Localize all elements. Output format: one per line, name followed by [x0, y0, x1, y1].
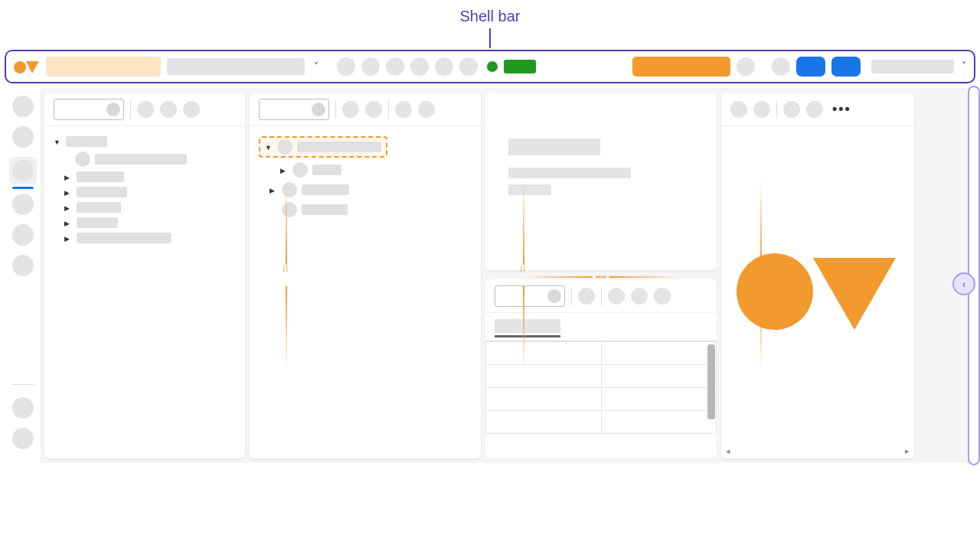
shell-bar: ˅ ˅	[5, 50, 975, 83]
rail-item-6[interactable]	[12, 255, 34, 276]
pane3b-action-4[interactable]	[654, 288, 671, 305]
vertical-scrollbar[interactable]	[707, 344, 715, 419]
annotation-label: Shell bar	[0, 0, 980, 28]
pane-1	[44, 93, 245, 458]
rail-item-5[interactable]	[12, 224, 34, 246]
pane2-action-3[interactable]	[395, 101, 412, 118]
tree-node-selected[interactable]	[259, 134, 472, 160]
tree-node[interactable]	[54, 215, 236, 230]
node-icon	[282, 202, 297, 217]
vertical-splitter-3[interactable]: ⁞⁞	[755, 266, 766, 285]
chevron-down-icon: ˅	[314, 61, 318, 72]
pane3b-action-3[interactable]	[631, 288, 648, 305]
pane1-action-1[interactable]	[137, 101, 154, 118]
pane-3a-detail	[485, 93, 717, 270]
chevron-right-icon	[270, 186, 277, 194]
shell-primary-button[interactable]	[632, 57, 730, 77]
chevron-right-icon	[64, 204, 72, 212]
pane2-search-input[interactable]	[259, 99, 329, 120]
tree-node[interactable]	[54, 149, 236, 169]
tree-node[interactable]	[54, 169, 236, 184]
pane4-action-4[interactable]	[806, 101, 823, 118]
pane3b-tabrow	[485, 313, 717, 333]
node-icon	[277, 139, 292, 155]
detail-title	[508, 139, 600, 155]
pane2-action-1[interactable]	[342, 101, 359, 118]
right-panel-expand-button[interactable]: ‹	[952, 272, 975, 295]
horizontal-scrollbar[interactable]: ◂▸	[726, 446, 910, 455]
shell-blue-button-1[interactable]	[796, 57, 825, 77]
chevron-down-icon	[54, 138, 61, 146]
pane1-action-3[interactable]	[183, 101, 200, 118]
pane1-action-2[interactable]	[160, 101, 177, 118]
tree-node[interactable]	[259, 160, 472, 180]
chevron-down-icon	[265, 143, 273, 152]
detail-line	[508, 184, 551, 195]
pane3b-search-input[interactable]	[495, 285, 565, 307]
shell-action-2[interactable]	[361, 57, 380, 76]
shell-action-5[interactable]	[435, 57, 453, 76]
pane-3b-grid	[485, 279, 717, 458]
pane4-action-1[interactable]	[730, 101, 747, 118]
shell-blue-button-2[interactable]	[831, 57, 861, 77]
rail-item-active[interactable]	[9, 157, 37, 184]
shell-user-menu[interactable]	[871, 60, 954, 73]
shell-dropdown[interactable]	[167, 58, 305, 75]
annotation-pointer	[489, 28, 491, 48]
rail-bottom-1[interactable]	[12, 397, 34, 419]
more-icon[interactable]: •••	[829, 101, 851, 117]
shell-action-3[interactable]	[386, 57, 404, 76]
pane4-action-2[interactable]	[753, 101, 770, 118]
pane2-action-4[interactable]	[418, 101, 435, 118]
brand-logo-icon[interactable]	[14, 59, 40, 74]
tree-node[interactable]	[54, 200, 236, 215]
chevron-right-icon	[64, 173, 72, 181]
data-table[interactable]	[485, 341, 717, 434]
rail-item-2[interactable]	[12, 126, 34, 148]
status-dot-icon	[487, 61, 498, 72]
shell-util-1[interactable]	[737, 57, 755, 76]
pane4-toolbar: •••	[721, 93, 914, 126]
pane2-tree	[250, 126, 481, 227]
node-icon	[75, 152, 90, 167]
node-icon	[282, 182, 297, 197]
tree-node[interactable]	[259, 180, 472, 200]
pane3b-action-2[interactable]	[608, 288, 625, 305]
tab-active[interactable]	[495, 319, 560, 333]
chevron-right-icon	[280, 166, 288, 174]
pane3b-action-1[interactable]	[578, 288, 595, 305]
pane4-action-3[interactable]	[783, 101, 800, 118]
tree-node[interactable]	[54, 134, 236, 149]
chevron-right-icon	[64, 234, 72, 243]
shell-action-1[interactable]	[337, 57, 355, 76]
chevron-right-icon	[64, 188, 72, 197]
pane-container: ▪▪▪▪	[41, 88, 975, 463]
detail-line	[508, 168, 631, 178]
status-bar	[504, 60, 536, 73]
search-icon	[547, 289, 561, 303]
shell-action-6[interactable]	[459, 57, 478, 76]
pane2-toolbar	[250, 93, 481, 126]
shell-title-field[interactable]	[46, 57, 161, 77]
pane1-search-input[interactable]	[54, 99, 124, 120]
svg-point-0	[14, 61, 26, 73]
pane3b-grid-area[interactable]	[485, 341, 717, 458]
pane1-toolbar	[44, 93, 245, 126]
shell-action-4[interactable]	[410, 57, 429, 76]
tree-node[interactable]	[259, 200, 472, 220]
rail-item-1[interactable]	[12, 96, 34, 117]
rail-item-4[interactable]	[12, 194, 34, 215]
pane1-tree	[44, 126, 245, 253]
vertical-splitter-1[interactable]: ⁞⁞	[280, 266, 291, 285]
svg-point-1	[737, 253, 813, 330]
shell-util-2[interactable]	[772, 57, 790, 76]
rail-bottom-2[interactable]	[12, 428, 34, 449]
tree-node[interactable]	[54, 184, 236, 200]
vertical-splitter-2[interactable]: ⁞⁞	[518, 266, 528, 285]
pane2-action-2[interactable]	[365, 101, 382, 118]
tree-node[interactable]	[54, 230, 236, 246]
pane-4: ••• ◂▸	[721, 93, 914, 458]
chevron-down-icon: ˅	[962, 60, 966, 71]
search-icon	[106, 103, 120, 116]
left-rail	[5, 88, 41, 463]
